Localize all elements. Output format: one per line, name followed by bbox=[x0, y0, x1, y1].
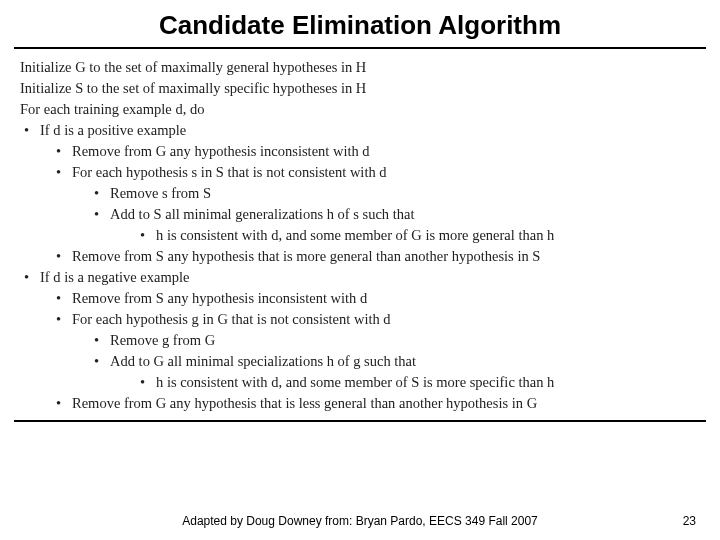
bullet-icon: • bbox=[56, 393, 72, 414]
text: For each hypothesis g in G that is not c… bbox=[72, 309, 700, 330]
divider-bottom bbox=[14, 420, 706, 422]
algorithm-body: Initialize G to the set of maximally gen… bbox=[0, 49, 720, 414]
bullet-icon: • bbox=[56, 162, 72, 183]
text: Remove g from G bbox=[110, 330, 700, 351]
line-pos-remove-s: • Remove s from S bbox=[94, 183, 700, 204]
bullet-icon: • bbox=[140, 225, 156, 246]
slide-title: Candidate Elimination Algorithm bbox=[0, 0, 720, 47]
line-init-s: Initialize S to the set of maximally spe… bbox=[20, 78, 700, 99]
text: For each hypothesis s in S that is not c… bbox=[72, 162, 700, 183]
line-pos-h-cond: • h is consistent with d, and some membe… bbox=[140, 225, 700, 246]
line-pos-add-s: • Add to S all minimal generalizations h… bbox=[94, 204, 700, 225]
line-init-g: Initialize G to the set of maximally gen… bbox=[20, 57, 700, 78]
line-neg-for-g: • For each hypothesis g in G that is not… bbox=[56, 309, 700, 330]
footer-credit: Adapted by Doug Downey from: Bryan Pardo… bbox=[0, 514, 720, 528]
line-neg-add-g: • Add to G all minimal specializations h… bbox=[94, 351, 700, 372]
text: h is consistent with d, and some member … bbox=[156, 372, 700, 393]
text: Add to G all minimal specializations h o… bbox=[110, 351, 700, 372]
text: If d is a positive example bbox=[40, 120, 700, 141]
bullet-icon: • bbox=[24, 120, 40, 141]
line-pos-if: • If d is a positive example bbox=[24, 120, 700, 141]
text: Remove from S any hypothesis inconsisten… bbox=[72, 288, 700, 309]
bullet-icon: • bbox=[94, 183, 110, 204]
page-number: 23 bbox=[683, 514, 696, 528]
line-pos-remove-g: • Remove from G any hypothesis inconsist… bbox=[56, 141, 700, 162]
bullet-icon: • bbox=[94, 330, 110, 351]
text: Remove from G any hypothesis that is les… bbox=[72, 393, 700, 414]
text: Remove from S any hypothesis that is mor… bbox=[72, 246, 700, 267]
text: Remove from G any hypothesis inconsisten… bbox=[72, 141, 700, 162]
text: Add to S all minimal generalizations h o… bbox=[110, 204, 700, 225]
line-neg-remove-g-less: • Remove from G any hypothesis that is l… bbox=[56, 393, 700, 414]
bullet-icon: • bbox=[56, 246, 72, 267]
text: If d is a negative example bbox=[40, 267, 700, 288]
line-foreach: For each training example d, do bbox=[20, 99, 700, 120]
footer: Adapted by Doug Downey from: Bryan Pardo… bbox=[0, 514, 720, 528]
line-pos-remove-s-general: • Remove from S any hypothesis that is m… bbox=[56, 246, 700, 267]
line-neg-remove-g: • Remove g from G bbox=[94, 330, 700, 351]
bullet-icon: • bbox=[94, 204, 110, 225]
text: Remove s from S bbox=[110, 183, 700, 204]
bullet-icon: • bbox=[56, 309, 72, 330]
text: h is consistent with d, and some member … bbox=[156, 225, 700, 246]
bullet-icon: • bbox=[94, 351, 110, 372]
line-neg-remove-s: • Remove from S any hypothesis inconsist… bbox=[56, 288, 700, 309]
bullet-icon: • bbox=[24, 267, 40, 288]
bullet-icon: • bbox=[56, 141, 72, 162]
bullet-icon: • bbox=[140, 372, 156, 393]
line-neg-h-cond: • h is consistent with d, and some membe… bbox=[140, 372, 700, 393]
bullet-icon: • bbox=[56, 288, 72, 309]
line-pos-for-s: • For each hypothesis s in S that is not… bbox=[56, 162, 700, 183]
line-neg-if: • If d is a negative example bbox=[24, 267, 700, 288]
